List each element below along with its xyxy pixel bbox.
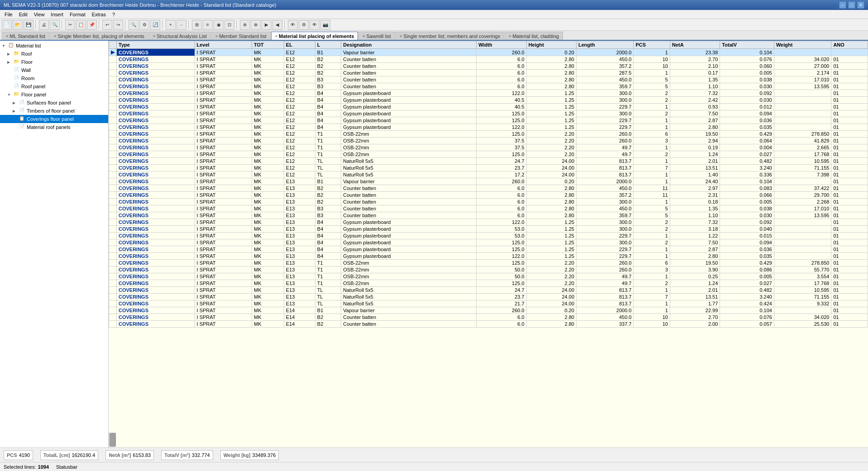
tb-zoom-in[interactable]: + <box>166 20 176 30</box>
tb-redo[interactable]: ↪ <box>113 20 123 30</box>
tree-room[interactable]: 📄 Room <box>0 74 108 82</box>
tree-material-roof-panels[interactable]: 📄 Material roof panels <box>0 123 108 131</box>
table-row[interactable]: COVERINGSI SPRATMKE12B4Gypsum plasterboa… <box>109 117 868 124</box>
table-row[interactable]: COVERINGSI SPRATMKE12B3Counter batten6.0… <box>109 76 868 83</box>
tb-save[interactable]: 💾 <box>24 20 33 30</box>
tab-material-cladding[interactable]: ≡ Material list, cladding <box>505 32 563 40</box>
tree-coverings-floor-panel[interactable]: 📋 Coverings floor panel <box>0 115 108 123</box>
tb-new[interactable]: 📄 <box>2 20 12 30</box>
table-row[interactable]: COVERINGSI SPRATMKE12B3Counter batten6.0… <box>109 83 868 90</box>
table-row[interactable]: COVERINGSI SPRATMKE12TLNaturRoll 5x524.7… <box>109 158 868 165</box>
col-header-el[interactable]: EL <box>284 41 315 49</box>
tab-structural[interactable]: ≡ Structural Analysis List <box>149 32 211 40</box>
tb-extra2[interactable]: ⊗ <box>251 20 261 30</box>
table-row[interactable]: COVERINGSI SPRATMKE12TLNaturRoll 5x517.2… <box>109 171 868 178</box>
right-scrollbar[interactable] <box>109 432 116 447</box>
table-row[interactable]: ▶COVERINGSI SPRATMKE12B1Vapour barrier26… <box>109 49 868 56</box>
tb-view1[interactable]: ⊞ <box>192 20 202 30</box>
table-row[interactable]: COVERINGSI SPRATMKE13B4Gypsum plasterboa… <box>109 233 868 239</box>
tab-material-placing[interactable]: ≡ Material list placing of elements <box>271 32 358 40</box>
tb-filter[interactable]: ⚙ <box>139 20 149 30</box>
table-row[interactable]: COVERINGSI SPRATMKE13B3Counter batten6.0… <box>109 212 868 219</box>
tree-wall[interactable]: 📄 Wall <box>0 66 108 74</box>
table-row[interactable]: COVERINGSI SPRATMKE12T1OSB-22mm125.02.20… <box>109 151 868 158</box>
menu-help[interactable]: ? <box>110 11 118 18</box>
table-row[interactable]: COVERINGSI SPRATMKE12B4Gypsum plasterboa… <box>109 97 868 104</box>
tree-material-list[interactable]: ▼ 📋 Material list <box>0 42 108 50</box>
maximize-button[interactable]: □ <box>848 1 855 9</box>
table-row[interactable]: COVERINGSI SPRATMKE13TLNaturRoll 5x521.7… <box>109 300 868 307</box>
table-row[interactable]: COVERINGSI SPRATMKE13T1OSB-22mm125.02.20… <box>109 280 868 287</box>
tb-paste[interactable]: 📌 <box>87 20 97 30</box>
tb-cut[interactable]: ✂ <box>65 20 75 30</box>
tb-search[interactable]: 🔍 <box>129 20 138 30</box>
menu-file[interactable]: File <box>2 11 15 18</box>
table-row[interactable]: COVERINGSI SPRATMKE14B1Vapour barrier260… <box>109 307 868 314</box>
tree-roof[interactable]: ▶ 📁 Roof <box>0 50 108 58</box>
tree-floor[interactable]: ▶ 📁 Floor <box>0 58 108 66</box>
table-row[interactable]: COVERINGSI SPRATMKE13B4Gypsum plasterboa… <box>109 239 868 246</box>
tb-undo[interactable]: ↩ <box>102 20 112 30</box>
table-row[interactable]: COVERINGSI SPRATMKE12B4Gypsum plasterboa… <box>109 124 868 131</box>
tb-print[interactable]: 🖨 <box>39 20 49 30</box>
menu-view[interactable]: View <box>31 11 48 18</box>
table-row[interactable]: COVERINGSI SPRATMKE12TLNaturRoll 5x523.7… <box>109 165 868 171</box>
tab-single-member-coverings[interactable]: ≡ Single member list; members and coveri… <box>396 32 504 40</box>
tree-floor-panel[interactable]: ▼ 📁 Floor panel <box>0 90 108 99</box>
table-row[interactable]: COVERINGSI SPRATMKE12T1OSB-22mm125.02.20… <box>109 131 868 138</box>
tb-eye[interactable]: 👁 <box>288 20 298 30</box>
tb-zoom-out[interactable]: - <box>176 20 186 30</box>
col-header-neta[interactable]: NetA <box>670 41 720 49</box>
menu-insert[interactable]: Insert <box>48 11 66 18</box>
col-header-height[interactable]: Height <box>526 41 576 49</box>
table-row[interactable]: COVERINGSI SPRATMKE14B2Counter batten6.0… <box>109 321 868 328</box>
tb-settings[interactable]: ⚙ <box>299 20 309 30</box>
col-header-weight[interactable]: Weight <box>774 41 831 49</box>
close-button[interactable]: ✕ <box>857 1 864 9</box>
tab-ml-standard[interactable]: ≡ ML Standard list <box>2 32 49 40</box>
tree-timbers-floor-panel[interactable]: ▶ 📄 Timbers of floor panel <box>0 107 108 115</box>
tab-single-member-placing[interactable]: ≡ Single Member list, placing of element… <box>50 32 148 40</box>
tb-copy[interactable]: 📋 <box>76 20 86 30</box>
tab-sawmill[interactable]: ≡ Sawmill list <box>358 32 395 40</box>
table-row[interactable]: COVERINGSI SPRATMKE12B4Gypsum plasterboa… <box>109 110 868 117</box>
tb-extra3[interactable]: ▶ <box>262 20 272 30</box>
tree-roof-panel[interactable]: 📄 Roof panel <box>0 82 108 90</box>
tb-refresh[interactable]: 🔄 <box>150 20 160 30</box>
table-row[interactable]: COVERINGSI SPRATMKE12B4Gypsum plasterboa… <box>109 90 868 97</box>
tb-eye2[interactable]: 👁 <box>310 20 320 30</box>
table-row[interactable]: COVERINGSI SPRATMKE12T1OSB-22mm37.52.204… <box>109 144 868 151</box>
table-row[interactable]: COVERINGSI SPRATMKE13B3Counter batten6.0… <box>109 205 868 212</box>
col-header-width[interactable]: Width <box>477 41 526 49</box>
tb-camera[interactable]: 📷 <box>320 20 330 30</box>
col-header-designation[interactable]: Designation <box>341 41 477 49</box>
col-header-type[interactable]: Type <box>117 41 195 49</box>
col-header-pcs[interactable]: PCS <box>634 41 670 49</box>
table-row[interactable]: COVERINGSI SPRATMKE12B2Counter batten6.0… <box>109 56 868 63</box>
col-header-level[interactable]: Level <box>195 41 252 49</box>
col-header-tot[interactable]: TOT <box>252 41 284 49</box>
menu-edit[interactable]: Edit <box>16 11 30 18</box>
table-row[interactable]: COVERINGSI SPRATMKE13T1OSB-22mm50.02.204… <box>109 273 868 280</box>
table-row[interactable]: COVERINGSI SPRATMKE14B2Counter batten6.0… <box>109 314 868 321</box>
menu-format[interactable]: Format <box>67 11 88 18</box>
table-row[interactable]: COVERINGSI SPRATMKE13T1OSB-22mm50.02.202… <box>109 266 868 273</box>
minimize-button[interactable]: ─ <box>839 1 846 9</box>
tb-open[interactable]: 📂 <box>13 20 23 30</box>
table-row[interactable]: COVERINGSI SPRATMKE12T1OSB-22mm37.52.202… <box>109 138 868 144</box>
table-row[interactable]: COVERINGSI SPRATMKE13B4Gypsum plasterboa… <box>109 219 868 226</box>
tb-view2[interactable]: ≡ <box>203 20 213 30</box>
col-header-length[interactable]: Length <box>577 41 634 49</box>
table-row[interactable]: COVERINGSI SPRATMKE13TLNaturRoll 5x523.7… <box>109 294 868 300</box>
table-row[interactable]: COVERINGSI SPRATMKE12B4Gypsum plasterboa… <box>109 104 868 110</box>
table-row[interactable]: COVERINGSI SPRATMKE13B2Counter batten6.0… <box>109 192 868 199</box>
col-header-totalv[interactable]: TotalV <box>720 41 774 49</box>
table-row[interactable]: COVERINGSI SPRATMKE13T1OSB-22mm125.02.20… <box>109 260 868 266</box>
table-row[interactable]: COVERINGSI SPRATMKE13B4Gypsum plasterboa… <box>109 226 868 233</box>
col-header-l[interactable]: L <box>315 41 341 49</box>
tab-member-standard[interactable]: ≡ Member Standard list <box>211 32 271 40</box>
table-row[interactable]: COVERINGSI SPRATMKE13B2Counter batten6.0… <box>109 199 868 205</box>
table-row[interactable]: COVERINGSI SPRATMKE13B4Gypsum plasterboa… <box>109 246 868 253</box>
table-row[interactable]: COVERINGSI SPRATMKE12B2Counter batten6.0… <box>109 70 868 76</box>
table-row[interactable]: COVERINGSI SPRATMKE12B2Counter batten6.0… <box>109 63 868 70</box>
